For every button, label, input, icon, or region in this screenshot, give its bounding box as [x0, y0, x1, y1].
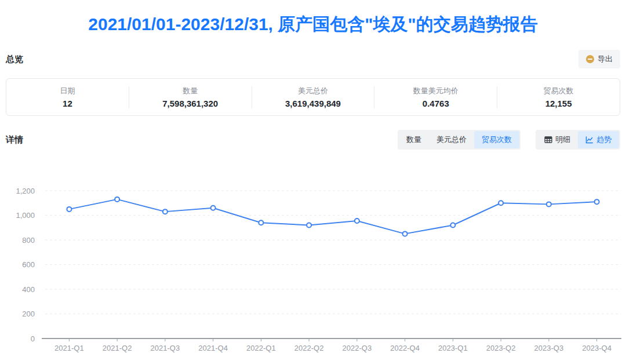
x-axis-tick-label: 2021-Q4 — [198, 344, 228, 352]
overview-header-row: 总览 导出 — [6, 50, 620, 68]
chart-data-point[interactable] — [547, 202, 551, 206]
x-axis-tick-label: 2023-Q4 — [582, 344, 612, 352]
x-axis-tick-label: 2023-Q3 — [534, 344, 564, 352]
chart-data-point[interactable] — [115, 197, 119, 202]
stat-label: 数量 — [183, 86, 198, 96]
stat-value: 7,598,361,320 — [162, 99, 218, 108]
stat-label: 日期 — [60, 86, 75, 96]
x-axis-tick-label: 2021-Q1 — [54, 344, 84, 352]
page-title: 2021/01/01-2023/12/31, 原产国包含"埃及"的交易趋势报告 — [0, 0, 626, 35]
table-icon — [544, 136, 552, 144]
export-button-label: 导出 — [598, 54, 613, 64]
stat-value: 0.4763 — [423, 99, 449, 108]
chart-data-point[interactable] — [403, 231, 407, 236]
stat-value: 12,155 — [545, 99, 572, 108]
details-header-row: 详情 数量美元总价贸易次数 明细趋势 — [6, 130, 620, 150]
stat-label: 贸易次数 — [544, 86, 574, 96]
overview-heading: 总览 — [6, 54, 23, 65]
metric-tab-group: 数量美元总价贸易次数 — [398, 130, 521, 150]
tab-detail[interactable]: 明细 — [537, 131, 578, 148]
details-controls: 数量美元总价贸易次数 明细趋势 — [398, 130, 620, 150]
view-tab-group: 明细趋势 — [536, 130, 620, 150]
chart-series-line — [69, 199, 596, 234]
stat-label: 美元总价 — [298, 86, 328, 96]
x-axis-tick-label: 2023-Q1 — [438, 344, 468, 352]
x-axis-tick-label: 2021-Q2 — [103, 344, 132, 352]
tab-label: 美元总价 — [436, 134, 467, 145]
x-axis-tick-label: 2022-Q2 — [294, 344, 324, 352]
x-axis-tick-label: 2021-Q3 — [151, 344, 180, 352]
trade-trend-report-page: 2021/01/01-2023/12/31, 原产国包含"埃及"的交易趋势报告 … — [0, 0, 626, 364]
tab-label: 贸易次数 — [482, 134, 512, 145]
y-axis-tick-label: 200 — [22, 310, 35, 318]
stat-quantity: 数量7,598,361,320 — [129, 86, 252, 108]
y-axis-tick-label: 0 — [31, 334, 35, 343]
stat-trade-count: 贸易次数12,155 — [497, 86, 620, 108]
tab-label: 明细 — [555, 134, 570, 145]
chart-data-point[interactable] — [355, 219, 359, 223]
export-button[interactable]: 导出 — [578, 50, 620, 68]
chart-data-point[interactable] — [595, 199, 599, 204]
x-axis-tick-label: 2023-Q2 — [486, 344, 516, 352]
chart-data-point[interactable] — [498, 201, 503, 205]
y-axis-tick-label: 1,200 — [16, 187, 35, 195]
chart-data-point[interactable] — [67, 207, 71, 212]
tab-trend[interactable]: 趋势 — [578, 131, 619, 148]
overview-stats-card: 日期12数量7,598,361,320美元总价3,619,439,849数量美元… — [6, 78, 620, 116]
y-axis-tick-label: 800 — [22, 236, 35, 245]
stat-usd-total: 美元总价3,619,439,849 — [252, 86, 374, 108]
trend-line-chart: 02004006008001,0001,2002021-Q12021-Q2202… — [0, 172, 626, 364]
stat-date: 日期12 — [6, 86, 129, 108]
chart-data-point[interactable] — [163, 209, 168, 214]
chart-data-point[interactable] — [211, 206, 216, 210]
x-axis-tick-label: 2022-Q3 — [343, 344, 372, 352]
chart-data-point[interactable] — [307, 223, 311, 228]
stat-value: 12 — [63, 99, 72, 108]
stat-label: 数量美元均价 — [413, 86, 458, 96]
tab-label: 趋势 — [596, 134, 612, 145]
x-axis-tick-label: 2022-Q4 — [390, 344, 420, 352]
stat-value: 3,619,439,849 — [285, 99, 341, 108]
y-axis-tick-label: 1,000 — [16, 211, 35, 220]
gold-coin-icon — [586, 55, 594, 63]
y-axis-tick-label: 600 — [22, 260, 35, 269]
trend-chart-icon — [585, 136, 594, 144]
trend-chart-area: 02004006008001,0001,2002021-Q12021-Q2202… — [0, 172, 626, 364]
chart-data-point[interactable] — [450, 223, 455, 228]
y-axis-tick-label: 400 — [22, 285, 35, 294]
tab-label: 数量 — [406, 134, 421, 145]
x-axis-tick-label: 2022-Q1 — [246, 344, 276, 352]
details-heading: 详情 — [6, 134, 23, 145]
tab-quantity[interactable]: 数量 — [399, 131, 429, 148]
tab-usd-total[interactable]: 美元总价 — [429, 131, 474, 148]
chart-data-point[interactable] — [259, 220, 263, 225]
tab-trade-count[interactable]: 贸易次数 — [474, 131, 519, 148]
stat-avg-usd-price: 数量美元均价0.4763 — [374, 86, 497, 108]
